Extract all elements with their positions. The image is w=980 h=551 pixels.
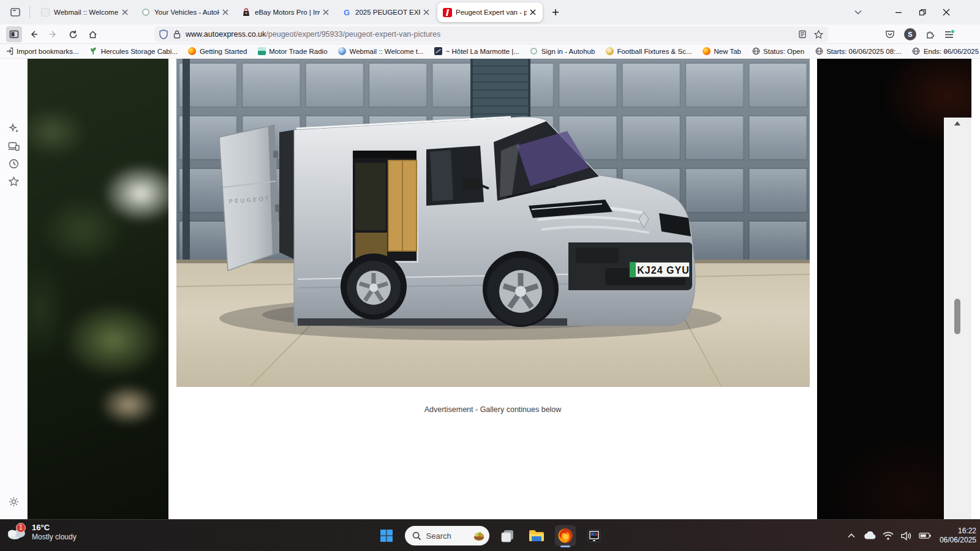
tray-hidden-icons-chevron[interactable] bbox=[845, 530, 858, 542]
sidebar-synced-tabs-button[interactable] bbox=[6, 138, 22, 154]
pocket-button[interactable] bbox=[882, 26, 898, 42]
hotel-icon bbox=[434, 47, 443, 56]
bookmark-getting-started[interactable]: Getting Started bbox=[188, 47, 247, 56]
list-all-tabs-button[interactable] bbox=[849, 3, 867, 21]
bookmark-label: Getting Started bbox=[200, 48, 247, 55]
scrollbar-thumb[interactable] bbox=[954, 299, 960, 334]
bookmark-motor-trade-radio[interactable]: Motor Trade Radio bbox=[257, 47, 327, 56]
sidebar-ai-chat-button[interactable] bbox=[6, 120, 22, 137]
sidebar-settings-button[interactable] bbox=[6, 493, 22, 510]
close-window-button[interactable] bbox=[937, 3, 956, 21]
taskbar-weather-widget[interactable]: 1 16°C Mostly cloudy bbox=[6, 523, 77, 542]
shield-icon bbox=[159, 29, 168, 39]
tab-separator bbox=[29, 6, 30, 18]
search-highlight-image bbox=[472, 529, 486, 542]
back-button[interactable] bbox=[26, 26, 42, 42]
tab-close-icon[interactable] bbox=[320, 6, 332, 18]
tab-google-search[interactable]: G 2025 PEUGEOT EXPERT DIESEL - bbox=[337, 2, 436, 22]
pocket-icon bbox=[885, 29, 895, 39]
url-text: www.autoexpress.co.uk/peugeot/expert/959… bbox=[186, 30, 440, 39]
home-icon bbox=[88, 30, 97, 39]
wifi-icon[interactable] bbox=[882, 530, 894, 542]
bookmark-hercules[interactable]: Hercules Storage Cabi... bbox=[89, 47, 178, 56]
tab-close-icon[interactable] bbox=[527, 6, 539, 18]
firefox-view-button[interactable] bbox=[6, 4, 24, 21]
minimize-button[interactable] bbox=[889, 3, 908, 21]
extension-s-button[interactable]: S bbox=[902, 26, 918, 42]
firefox-icon bbox=[702, 47, 710, 56]
article-column: PEUGEOT bbox=[168, 59, 817, 519]
bookmark-import[interactable]: Import bookmarks... bbox=[5, 47, 79, 56]
battery-icon[interactable] bbox=[919, 530, 931, 542]
plus-icon bbox=[552, 9, 559, 16]
sidebar-history-button[interactable] bbox=[6, 156, 22, 172]
bookmarks-overflow-chevron[interactable]: » bbox=[940, 45, 952, 58]
star-icon bbox=[9, 176, 19, 187]
home-button[interactable] bbox=[85, 26, 100, 42]
taskbar-search-box[interactable]: Search bbox=[405, 526, 489, 545]
bookmark-webmail[interactable]: Webmail :: Welcome t... bbox=[338, 47, 424, 56]
window-controls bbox=[849, 0, 956, 24]
van-illustration: PEUGEOT bbox=[176, 59, 810, 387]
task-view-button[interactable] bbox=[497, 525, 518, 546]
url-bar[interactable]: www.autoexpress.co.uk/peugeot/expert/959… bbox=[154, 26, 828, 42]
tab-ebay[interactable]: eBay Motors Pro | Inventory bbox=[236, 2, 336, 22]
bookmark-label: Status: Open bbox=[763, 48, 804, 55]
bookmark-label: New Tab bbox=[714, 48, 741, 55]
search-label: Search bbox=[426, 531, 472, 541]
windows-taskbar: 1 16°C Mostly cloudy Search bbox=[0, 519, 980, 551]
task-view-icon bbox=[500, 528, 515, 543]
bookmark-starts[interactable]: Starts: 06/06/2025 08:... bbox=[815, 47, 902, 56]
webmail-globe-icon bbox=[338, 47, 347, 56]
legacy-app-button[interactable] bbox=[584, 525, 605, 546]
bookmark-new-tab[interactable]: New Tab bbox=[702, 47, 741, 56]
forward-arrow-icon bbox=[49, 30, 58, 39]
onedrive-cloud-icon[interactable] bbox=[864, 530, 876, 542]
gallery-image-peugeot-expert[interactable]: PEUGEOT bbox=[176, 59, 810, 387]
license-plate-text: KJ24 GYU bbox=[637, 265, 689, 276]
puzzle-icon bbox=[925, 29, 935, 39]
firefox-logo-icon bbox=[557, 528, 573, 544]
sidebar-toggle-button[interactable] bbox=[6, 26, 22, 42]
bookmark-signin-autohub[interactable]: Sign in - Autohub bbox=[530, 47, 595, 56]
extensions-button[interactable] bbox=[922, 26, 938, 42]
app-menu-button[interactable] bbox=[941, 26, 957, 42]
reload-button[interactable] bbox=[65, 26, 81, 42]
tab-close-icon[interactable] bbox=[119, 6, 131, 18]
bookmark-status-open[interactable]: Status: Open bbox=[752, 47, 804, 56]
bookmark-hotel-la-marmotte[interactable]: ~ Hôtel La Marmotte |... bbox=[434, 47, 519, 56]
forward-button[interactable] bbox=[45, 26, 61, 42]
file-explorer-button[interactable] bbox=[526, 525, 547, 546]
firefox-sidebar bbox=[0, 59, 28, 519]
volume-icon[interactable] bbox=[900, 530, 913, 542]
devices-icon bbox=[8, 141, 20, 151]
bookmark-label: Webmail :: Welcome t... bbox=[350, 48, 424, 55]
taskbar-clock[interactable]: 16:22 06/06/2025 bbox=[940, 527, 976, 545]
football-icon bbox=[605, 47, 614, 56]
bookmark-label: Import bookmarks... bbox=[17, 48, 79, 55]
bookmarks-toolbar: Import bookmarks... Hercules Storage Cab… bbox=[0, 44, 980, 59]
scroll-up-arrow[interactable] bbox=[953, 119, 962, 127]
tab-autoexpress-active[interactable]: Peugeot Expert van - pictures | bbox=[437, 2, 543, 22]
page-scrollbar[interactable] bbox=[944, 118, 971, 551]
url-path: /peugeot/expert/95933/peugeot-expert-van… bbox=[266, 30, 440, 39]
bookmark-football-fixtures[interactable]: Football Fixtures & Sc... bbox=[605, 47, 692, 56]
firefox-taskbar-button[interactable] bbox=[555, 525, 576, 546]
new-tab-button[interactable] bbox=[547, 4, 564, 21]
bookmark-star-icon[interactable] bbox=[814, 30, 823, 39]
page-background-left bbox=[28, 59, 168, 519]
tab-webmail[interactable]: Webmail :: Welcome to Webma bbox=[36, 2, 135, 22]
tab-title: Peugeot Expert van - pictures | bbox=[456, 9, 527, 16]
tab-title: 2025 PEUGEOT EXPERT DIESEL - bbox=[355, 9, 420, 16]
tab-close-icon[interactable] bbox=[420, 6, 432, 18]
hercules-icon bbox=[89, 47, 98, 56]
sidebar-bookmarks-button[interactable] bbox=[6, 173, 22, 190]
tab-autohub[interactable]: Your Vehicles - AutoHub bbox=[136, 2, 235, 22]
tab-close-icon[interactable] bbox=[219, 6, 232, 18]
system-tray: 16:22 06/06/2025 bbox=[845, 520, 976, 551]
folder-icon bbox=[529, 529, 545, 542]
restore-button[interactable] bbox=[913, 3, 932, 21]
firefox-icon bbox=[188, 47, 197, 56]
reader-mode-icon[interactable] bbox=[798, 30, 807, 39]
start-button[interactable] bbox=[376, 525, 397, 546]
